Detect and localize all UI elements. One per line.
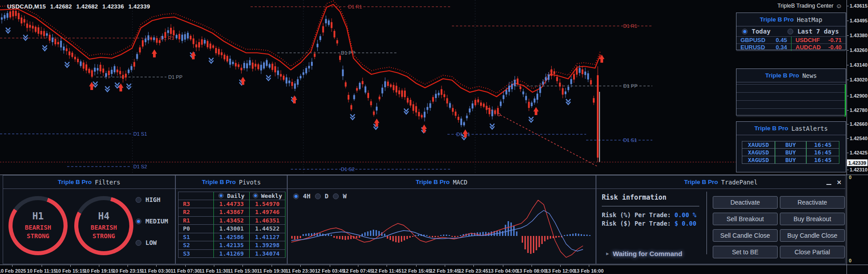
macd-radio-4h[interactable]: 4H — [293, 193, 311, 200]
heatmap-radio-today[interactable]: Today — [742, 28, 770, 35]
sell-candle-close-button[interactable]: Sell Candle Close — [713, 229, 778, 242]
sell-breakout-button[interactable]: Sell Breakout — [713, 213, 778, 225]
candle-body — [167, 30, 169, 33]
macd-hist-bar — [578, 234, 579, 236]
candle-body — [401, 90, 403, 97]
candle-body — [159, 40, 161, 43]
macd-hist-bar — [460, 235, 461, 236]
candle-body — [133, 62, 135, 67]
heatmap-symbol: GBPUSD — [740, 37, 766, 43]
pivots-header[interactable]: Triple B Pro Pivots — [176, 176, 287, 189]
close-icon[interactable]: ✕ — [837, 180, 842, 185]
lastalerts-panel[interactable]: Triple B Pro LastAlerts XAUUSDBUY16:45XA… — [736, 121, 846, 172]
macd-hist-bar — [570, 234, 571, 236]
candle-body — [597, 75, 599, 158]
macd-hist-bar — [502, 231, 503, 236]
pivot-level-label: D1 PP — [168, 74, 183, 80]
macd-hist-bar — [491, 231, 492, 236]
radio-icon[interactable] — [742, 29, 748, 34]
candle-body — [382, 88, 383, 94]
radio-icon[interactable] — [136, 197, 141, 203]
lastalerts-header[interactable]: Triple B Pro LastAlerts — [736, 122, 846, 135]
pivot-label-column: R3R2R1P0S1S2S3 — [178, 192, 214, 258]
minimize-icon[interactable] — [826, 184, 831, 185]
macd-header[interactable]: Triple B Pro MACD — [288, 176, 596, 189]
news-header[interactable]: Triple B Pro News — [736, 69, 846, 82]
radio-icon[interactable] — [136, 240, 141, 246]
envelope-dotted-line — [0, 1, 600, 93]
alerts-table: XAUUSDBUY16:45XAGUSDBUY16:45XAGUSDBUY16:… — [742, 141, 840, 164]
candle-body — [249, 60, 251, 65]
heatmap-cell-gbpusd: GBPUSD0.45 — [736, 37, 791, 44]
candle-body — [148, 35, 149, 40]
deactivate-button[interactable]: Deactivate — [713, 196, 778, 209]
time-tick-label: 13 Feb 16:00 — [574, 268, 604, 274]
panel-name: MACD — [453, 179, 468, 186]
macd-radio-w[interactable]: W — [333, 193, 346, 200]
macd-hist-bar — [398, 236, 400, 243]
tradepanel-header[interactable]: Triple B Pro TradePanel — [596, 176, 845, 189]
heatmap-header[interactable]: Triple B Pro HeatMap — [736, 13, 846, 26]
macd-hist-bar — [443, 235, 444, 236]
candle-body — [274, 66, 276, 73]
radio-icon[interactable] — [333, 193, 339, 199]
smiley-icon: ☺ — [836, 3, 842, 9]
macd-hist-bar — [539, 236, 540, 247]
radio-icon[interactable] — [218, 193, 224, 198]
time-tick — [70, 265, 71, 267]
pivot-col-header[interactable]: Daily — [213, 192, 250, 200]
filter-radio-medium[interactable]: MEDIUM — [136, 218, 168, 225]
candle-body — [367, 93, 369, 98]
reactivate-button[interactable]: Reactivate — [780, 196, 845, 209]
time-tick-label: 12 Feb 03:45 — [315, 268, 345, 274]
radio-icon[interactable] — [315, 193, 321, 199]
candle-body — [339, 56, 341, 60]
subwindow-separator[interactable] — [0, 175, 868, 175]
candle-body — [531, 103, 532, 106]
set-to-be-button[interactable]: Set to BE — [713, 246, 778, 258]
macd-hist-bar — [291, 236, 293, 239]
radio-icon[interactable] — [293, 193, 299, 199]
candle-body — [181, 34, 183, 41]
filter-radio-low[interactable]: LOW — [136, 239, 168, 246]
buy-breakout-button[interactable]: Buy Breakout — [780, 213, 845, 225]
radio-label: 4H — [303, 193, 311, 200]
macd-hist-bar — [457, 236, 459, 237]
heatmap-panel[interactable]: Triple B Pro HeatMap TodayLast 7 days GB… — [736, 13, 846, 50]
candle-body — [68, 51, 70, 56]
candle-body — [257, 64, 259, 69]
macd-hist-bar — [544, 236, 545, 241]
heatmap-cell-usdchf: USDCHF-0.71 — [791, 37, 846, 44]
macd-hist-bar — [449, 235, 450, 236]
candle-body — [536, 94, 538, 100]
candle-body — [548, 74, 549, 80]
pivot-col-header[interactable]: Weekly — [249, 192, 285, 200]
current-price-badge: 1.42339 — [847, 159, 868, 166]
radio-icon[interactable] — [787, 29, 793, 34]
pivot-daily-value: 1.42135 — [213, 241, 250, 250]
time-tick — [272, 265, 272, 267]
macd-hist-bar — [359, 236, 360, 238]
filter-radio-high[interactable]: HIGH — [136, 196, 168, 203]
ohlc-close: 1.42339 — [128, 3, 150, 10]
candle-body — [97, 68, 98, 70]
macd-hist-bar — [418, 235, 419, 236]
news-panel[interactable]: Triple B Pro News — [736, 68, 846, 116]
candle-body — [201, 39, 203, 45]
radio-icon[interactable] — [253, 193, 258, 198]
pivot-level-label: D1 S1 — [133, 131, 147, 137]
alert-direction: BUY — [775, 149, 806, 156]
close-partial-button[interactable]: Close Partial — [780, 246, 845, 258]
pivot-weekly-value: 1.39298 — [249, 241, 285, 250]
price-axis[interactable]: 1.436151.434951.433801.432601.431401.430… — [847, 0, 868, 274]
time-axis[interactable]: 10 Feb 202510 Feb 11:1510 Feb 15:1510 Fe… — [0, 265, 847, 274]
pivot-daily-value: 1.43867 — [213, 208, 250, 217]
candle-body — [426, 107, 428, 110]
candle-body — [474, 100, 476, 105]
radio-icon[interactable] — [136, 218, 141, 224]
buy-candle-close-button[interactable]: Buy Candle Close — [780, 229, 845, 242]
macd-radio-d[interactable]: D — [315, 193, 328, 200]
candle-body — [539, 87, 541, 93]
filters-header[interactable]: Triple B Pro Filters — [3, 176, 175, 189]
heatmap-radio-last-7-days[interactable]: Last 7 days — [787, 28, 839, 35]
